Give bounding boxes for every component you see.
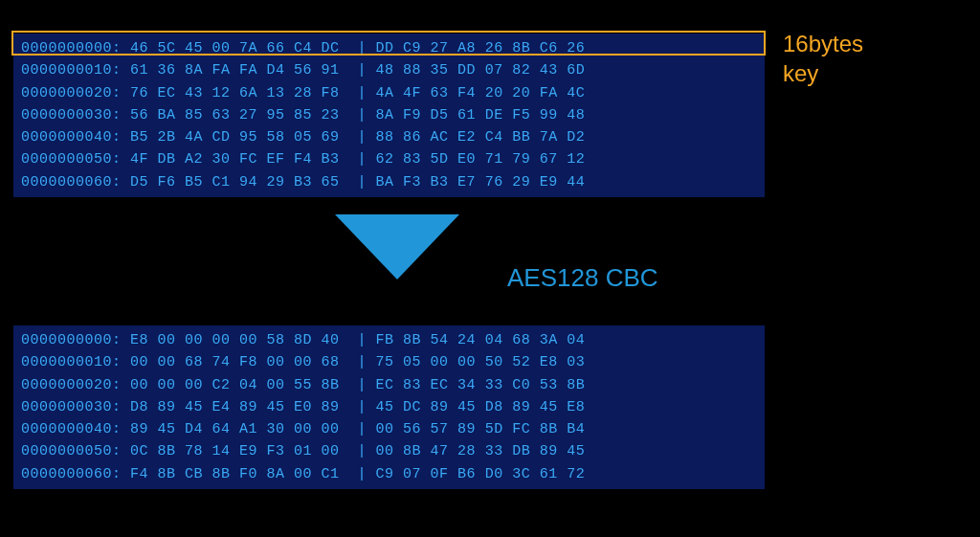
hex-offset: 0000000030: [21, 399, 122, 415]
hex-bytes-right: DD C9 27 A8 26 8B C6 26 [376, 40, 586, 56]
hex-row: 0000000010: 61 36 8A FA FA D4 56 91 | 48… [21, 59, 757, 81]
hex-offset: 0000000050: [21, 151, 122, 168]
key-label: 16bytes key [783, 29, 863, 88]
key-label-line2: key [783, 58, 863, 88]
hex-bytes-right: C9 07 0F B6 D0 3C 61 72 [376, 466, 586, 482]
hex-bytes-left: 00 00 00 C2 04 00 55 8B [130, 377, 340, 393]
hex-offset: 0000000010: [21, 354, 122, 370]
hex-row: 0000000030: D8 89 45 E4 89 45 E0 89 | 45… [21, 396, 757, 418]
hex-bytes-left: 00 00 68 74 F8 00 00 68 [130, 354, 340, 370]
hex-bytes-right: 00 8B 47 28 33 DB 89 45 [376, 443, 586, 459]
hexdump-decrypted: 0000000000: E8 00 00 00 00 58 8D 40 | FB… [13, 325, 765, 489]
hex-row: 0000000030: 56 BA 85 63 27 95 85 23 | 8A… [21, 104, 757, 126]
hex-offset: 0000000060: [21, 466, 122, 482]
hex-bytes-left: 89 45 D4 64 A1 30 00 00 [130, 421, 340, 437]
hex-row: 0000000010: 00 00 68 74 F8 00 00 68 | 75… [21, 351, 757, 373]
hex-bytes-left: F4 8B CB 8B F0 8A 00 C1 [130, 466, 340, 482]
hex-bytes-left: B5 2B 4A CD 95 58 05 69 [130, 129, 340, 145]
hex-bytes-right: 4A 4F 63 F4 20 20 FA 4C [376, 85, 586, 101]
hex-row: 0000000060: D5 F6 B5 C1 94 29 B3 65 | BA… [21, 171, 757, 193]
hex-row: 0000000060: F4 8B CB 8B F0 8A 00 C1 | C9… [21, 463, 757, 485]
hex-bytes-right: BA F3 B3 E7 76 29 E9 44 [376, 174, 586, 190]
hex-bytes-right: 8A F9 D5 61 DE F5 99 48 [376, 107, 586, 123]
hex-offset: 0000000000: [21, 332, 122, 348]
key-label-line1: 16bytes [783, 29, 863, 58]
hex-bytes-right: 45 DC 89 45 D8 89 45 E8 [376, 399, 586, 415]
hex-bytes-left: 76 EC 43 12 6A 13 28 F8 [130, 85, 340, 101]
hex-offset: 0000000030: [21, 107, 122, 123]
hex-bytes-left: 46 5C 45 00 7A 66 C4 DC [130, 40, 340, 56]
hex-offset: 0000000010: [21, 62, 122, 78]
hex-bytes-left: 0C 8B 78 14 E9 F3 01 00 [130, 443, 340, 459]
hex-offset: 0000000040: [21, 421, 122, 437]
hex-bytes-left: D8 89 45 E4 89 45 E0 89 [130, 399, 340, 415]
hex-row: 0000000040: B5 2B 4A CD 95 58 05 69 | 88… [21, 126, 757, 148]
hexdump-encrypted: 0000000000: 46 5C 45 00 7A 66 C4 DC | DD… [13, 34, 765, 197]
hex-bytes-left: D5 F6 B5 C1 94 29 B3 65 [130, 174, 340, 190]
hex-row: 0000000050: 0C 8B 78 14 E9 F3 01 00 | 00… [21, 440, 757, 462]
hex-row: 0000000040: 89 45 D4 64 A1 30 00 00 | 00… [21, 418, 757, 440]
hex-offset: 0000000000: [21, 40, 122, 56]
hex-row: 0000000000: E8 00 00 00 00 58 8D 40 | FB… [21, 329, 757, 351]
hex-bytes-right: 88 86 AC E2 C4 BB 7A D2 [376, 129, 586, 145]
hex-bytes-right: FB 8B 54 24 04 68 3A 04 [376, 332, 586, 348]
hex-bytes-right: 48 88 35 DD 07 82 43 6D [376, 62, 586, 78]
svg-marker-0 [335, 214, 459, 280]
hex-row: 0000000020: 00 00 00 C2 04 00 55 8B | EC… [21, 374, 757, 396]
hex-offset: 0000000040: [21, 129, 122, 145]
hex-row: 0000000020: 76 EC 43 12 6A 13 28 F8 | 4A… [21, 82, 757, 104]
hex-offset: 0000000050: [21, 443, 122, 459]
hex-bytes-right: EC 83 EC 34 33 C0 53 8B [376, 377, 586, 393]
hex-offset: 0000000020: [21, 377, 122, 393]
hex-bytes-left: 61 36 8A FA FA D4 56 91 [130, 62, 340, 78]
hex-bytes-right: 75 05 00 00 50 52 E8 03 [376, 354, 586, 370]
algorithm-label: AES128 CBC [507, 263, 658, 293]
hex-row: 0000000050: 4F DB A2 30 FC EF F4 B3 | 62… [21, 148, 757, 170]
hex-offset: 0000000060: [21, 174, 122, 190]
hex-bytes-right: 00 56 57 89 5D FC 8B B4 [376, 421, 586, 437]
hex-row: 0000000000: 46 5C 45 00 7A 66 C4 DC | DD… [21, 37, 757, 59]
hex-bytes-left: 56 BA 85 63 27 95 85 23 [130, 107, 340, 123]
hex-bytes-left: E8 00 00 00 00 58 8D 40 [130, 332, 340, 348]
hex-offset: 0000000020: [21, 85, 122, 101]
hex-bytes-right: 62 83 5D E0 71 79 67 12 [376, 151, 586, 168]
arrow-down-icon [325, 205, 469, 296]
hex-bytes-left: 4F DB A2 30 FC EF F4 B3 [130, 151, 340, 168]
